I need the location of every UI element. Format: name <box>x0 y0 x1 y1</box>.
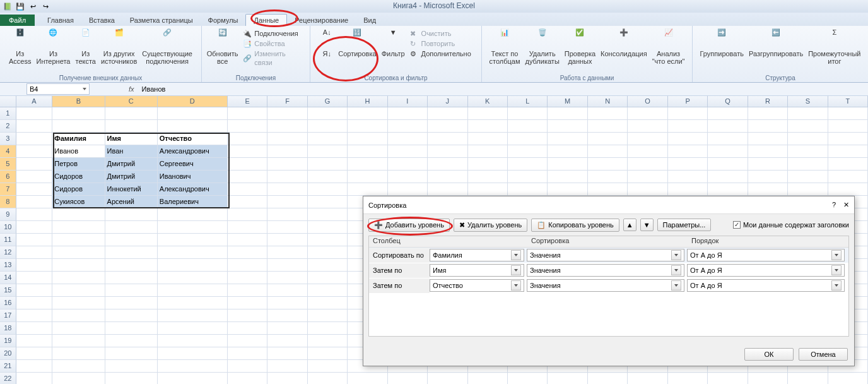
cell[interactable] <box>105 297 158 309</box>
existing-connections-button[interactable]: 🔗Существующие подключения <box>139 27 195 66</box>
cell[interactable] <box>16 246 53 259</box>
row-header[interactable]: 14 <box>0 272 16 284</box>
ok-button[interactable]: ОК <box>744 348 794 361</box>
cell[interactable] <box>228 158 267 171</box>
cell[interactable] <box>668 145 708 158</box>
cell[interactable] <box>16 335 53 347</box>
cell[interactable] <box>468 171 508 183</box>
tab-insert[interactable]: Вставка <box>81 15 122 26</box>
cell[interactable] <box>468 120 508 133</box>
cell[interactable] <box>52 272 105 284</box>
row-header[interactable]: 13 <box>0 259 16 272</box>
cell[interactable] <box>548 183 587 196</box>
cell[interactable] <box>105 335 158 347</box>
cell[interactable] <box>708 171 748 183</box>
cell[interactable] <box>628 120 667 133</box>
column-header[interactable]: M <box>548 96 587 107</box>
cell[interactable]: Сергеевич <box>158 158 228 171</box>
cell[interactable] <box>267 183 307 196</box>
cell[interactable] <box>267 120 307 133</box>
cell[interactable]: Иван <box>105 145 158 158</box>
cell[interactable] <box>628 171 667 183</box>
cell[interactable] <box>52 309 105 322</box>
cell[interactable] <box>16 284 53 297</box>
row-header[interactable]: 3 <box>0 133 16 145</box>
cell[interactable] <box>788 183 828 196</box>
cell[interactable] <box>788 158 828 171</box>
cell[interactable] <box>308 322 348 335</box>
cell[interactable] <box>828 158 868 171</box>
from-text-button[interactable]: 📄Из текста <box>73 27 98 66</box>
close-icon[interactable]: ✕ <box>843 201 849 209</box>
cell[interactable] <box>16 120 53 133</box>
select-all-corner[interactable] <box>0 96 16 107</box>
cell[interactable] <box>508 145 548 158</box>
delete-level-button[interactable]: ✖Удалить уровень <box>454 219 527 232</box>
cell[interactable] <box>228 133 267 145</box>
cell[interactable] <box>228 183 267 196</box>
cell[interactable] <box>388 183 428 196</box>
cell[interactable]: Арсений <box>105 196 158 208</box>
cell[interactable] <box>16 272 53 284</box>
cell[interactable] <box>308 360 348 373</box>
cell[interactable] <box>348 145 387 158</box>
cell[interactable] <box>548 373 587 384</box>
cell[interactable] <box>267 171 307 183</box>
tab-formulas[interactable]: Формулы <box>201 15 246 26</box>
cell[interactable] <box>228 171 267 183</box>
cell[interactable] <box>267 133 307 145</box>
cell[interactable] <box>16 208 53 221</box>
cell[interactable] <box>52 221 105 234</box>
sort-column-select[interactable]: Имя <box>430 264 524 277</box>
cell[interactable] <box>52 335 105 347</box>
cell[interactable] <box>105 246 158 259</box>
cell[interactable] <box>428 145 467 158</box>
clear-filter-button[interactable]: ✖Очистить <box>408 28 474 39</box>
row-header[interactable]: 11 <box>0 234 16 246</box>
column-header[interactable]: E <box>228 96 267 107</box>
cell[interactable]: Дмитрий <box>105 171 158 183</box>
cell[interactable] <box>158 347 228 360</box>
row-header[interactable]: 8 <box>0 196 16 208</box>
cell[interactable] <box>267 335 307 347</box>
cell[interactable] <box>388 133 428 145</box>
cell[interactable] <box>668 373 708 384</box>
cell[interactable] <box>158 297 228 309</box>
cell[interactable] <box>16 259 53 272</box>
cell[interactable]: Имя <box>105 133 158 145</box>
sort-on-select[interactable]: Значения <box>527 249 684 261</box>
help-icon[interactable]: ? <box>832 201 836 209</box>
cell[interactable] <box>52 347 105 360</box>
row-header[interactable]: 19 <box>0 335 16 347</box>
cell[interactable] <box>267 284 307 297</box>
cell[interactable] <box>628 145 667 158</box>
cell[interactable] <box>468 107 508 120</box>
options-button[interactable]: Параметры... <box>657 219 712 231</box>
cell[interactable] <box>788 133 828 145</box>
cell[interactable] <box>16 221 53 234</box>
cell[interactable] <box>308 347 348 360</box>
cell[interactable] <box>348 120 387 133</box>
cancel-button[interactable]: Отмена <box>799 348 848 361</box>
ungroup-button[interactable]: ⬅️Разгруппировать <box>746 27 806 66</box>
cell[interactable] <box>158 272 228 284</box>
tab-file[interactable]: Файл <box>0 15 35 26</box>
cell[interactable]: Дмитрий <box>105 158 158 171</box>
formula-value[interactable]: Иванов <box>139 85 868 93</box>
cell[interactable] <box>105 259 158 272</box>
cell[interactable] <box>548 158 587 171</box>
cell[interactable] <box>708 373 748 384</box>
cell[interactable] <box>267 259 307 272</box>
cell[interactable] <box>267 322 307 335</box>
cell[interactable] <box>228 259 267 272</box>
tab-home[interactable]: Главная <box>40 15 81 26</box>
cell[interactable] <box>428 158 467 171</box>
cell[interactable] <box>748 120 788 133</box>
cell[interactable] <box>158 309 228 322</box>
cell[interactable] <box>748 171 788 183</box>
has-headers-checkbox[interactable]: Мои данные содержат заголовки <box>733 221 849 229</box>
cell[interactable] <box>267 309 307 322</box>
cell[interactable] <box>668 183 708 196</box>
cell[interactable] <box>158 234 228 246</box>
from-other-button[interactable]: 🗂️Из других источников <box>98 27 139 66</box>
